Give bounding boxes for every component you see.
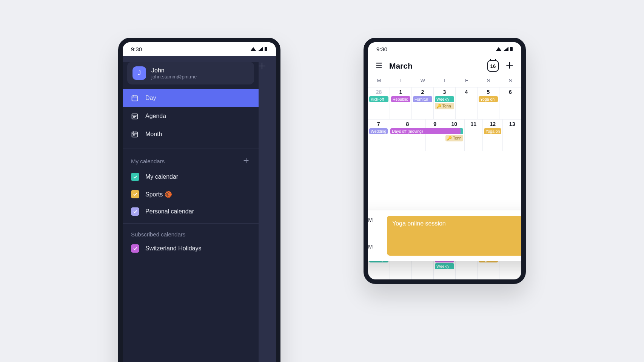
weekday-label: F <box>456 75 478 87</box>
checkbox-icon[interactable] <box>131 207 139 216</box>
popup-event-title: Yoga online session <box>392 220 446 227</box>
calendar-agenda-icon <box>131 112 139 120</box>
event-chip[interactable]: Yoga on <box>484 128 501 134</box>
topbar: March 16 <box>368 56 521 75</box>
day-number: 1 <box>391 89 410 95</box>
event-chip[interactable]: Days off (moving) <box>390 128 461 134</box>
event-chip[interactable]: Yoga on <box>479 96 498 102</box>
event-chip[interactable]: 🔑 Tenn <box>445 135 463 141</box>
svg-rect-0 <box>265 47 267 51</box>
day-number: 3 <box>435 89 454 95</box>
day-cell[interactable]: 8Days off (moving) <box>389 120 426 151</box>
weekday-label: T <box>390 75 412 87</box>
svg-rect-4 <box>510 47 513 51</box>
calendar-month-icon <box>131 130 139 138</box>
nav-item-day[interactable]: Day <box>123 89 259 107</box>
weekday-label: W <box>412 75 434 87</box>
weekday-header: MTWTFSS <box>368 75 521 87</box>
day-number: 28 <box>369 89 388 95</box>
nav-label: Month <box>145 131 162 138</box>
calendar-item-personal[interactable]: Personal calendar <box>123 203 259 220</box>
calendar-label: My calendar <box>145 173 178 180</box>
checkbox-icon[interactable] <box>131 173 139 181</box>
week-row: 7Wedding8Days off (moving)910Weekly🔑 Ten… <box>368 119 521 151</box>
day-number: 12 <box>484 121 501 127</box>
day-number: 11 <box>466 121 482 127</box>
day-number: 13 <box>504 121 520 127</box>
day-number: 2 <box>413 89 432 95</box>
popup-time-start: 10 AM <box>364 216 387 223</box>
user-email: john.stamm@pm.me <box>151 74 197 80</box>
event-chip[interactable]: Wedding <box>369 128 388 134</box>
event-chip[interactable]: Weekly <box>435 96 454 102</box>
nav-item-month[interactable]: Month <box>123 125 259 143</box>
day-cell[interactable]: 7Wedding <box>368 120 389 151</box>
popup-time-end: 11 AM <box>364 242 387 250</box>
event-chip[interactable]: Republic <box>391 96 410 102</box>
month-title: March <box>389 61 481 71</box>
phone-sidebar-mockup: 9:30 J John john.stamm@pm.me Day <box>118 38 280 362</box>
day-cell[interactable]: 11 <box>465 120 483 151</box>
weekday-label: S <box>499 75 521 87</box>
menu-icon[interactable] <box>375 61 383 71</box>
checkbox-icon[interactable] <box>131 244 139 253</box>
nav-item-agenda[interactable]: Agenda <box>123 107 259 125</box>
day-number: 8 <box>390 121 424 127</box>
day-cell[interactable]: 10Weekly🔑 Tenn <box>444 120 465 151</box>
event-popup: 10 AM Yoga online session 11 AM <box>364 210 526 261</box>
day-cell[interactable]: 2Furnitur <box>412 87 434 119</box>
status-bar: 9:30 <box>123 42 276 56</box>
weekday-label: S <box>478 75 499 87</box>
calendar-day-icon <box>131 94 139 102</box>
day-number: 10 <box>445 121 463 127</box>
sidebar-drawer: J John john.stamm@pm.me Day Agenda <box>123 62 259 362</box>
status-time: 9:30 <box>376 46 387 52</box>
user-name: John <box>151 67 197 74</box>
day-cell[interactable]: 4 <box>456 87 478 119</box>
status-bar: 9:30 <box>368 42 521 56</box>
avatar: J <box>132 66 146 80</box>
day-number: 6 <box>501 89 520 95</box>
day-cell[interactable]: 28Kick-off <box>368 87 390 119</box>
day-number: 5 <box>479 89 498 95</box>
day-cell[interactable]: 9 <box>426 120 444 151</box>
event-chip[interactable]: Kick-off <box>369 96 388 102</box>
day-number: 9 <box>427 121 443 127</box>
day-cell[interactable]: 5Yoga on <box>478 87 499 119</box>
day-cell[interactable]: 6 <box>499 87 521 119</box>
day-cell[interactable]: 1Republic <box>390 87 412 119</box>
popup-event[interactable]: Yoga online session <box>387 216 526 256</box>
calendar-label: Personal calendar <box>145 208 194 215</box>
weekday-label: M <box>368 75 390 87</box>
status-time: 9:30 <box>131 46 142 52</box>
calendar-label: Sports 🏀 <box>145 191 172 198</box>
calendar-item-sports[interactable]: Sports 🏀 <box>123 186 259 203</box>
calendar-item-switzerland[interactable]: Switzerland Holidays <box>123 240 259 257</box>
event-chip[interactable]: Weekly <box>435 263 454 269</box>
add-event-icon[interactable] <box>505 60 515 72</box>
today-badge[interactable]: 16 <box>487 60 499 72</box>
calendar-item-my-calendar[interactable]: My calendar <box>123 168 259 186</box>
phone-month-mockup: 9:30 March 16 MTWTFSS 28Kick-off1Republi… <box>364 38 526 284</box>
add-calendar-icon[interactable] <box>242 156 250 166</box>
event-chip[interactable]: Furnitur <box>413 96 432 102</box>
section-heading: My calendars <box>131 158 165 164</box>
status-icons <box>495 46 513 52</box>
day-cell[interactable]: 12Yoga on <box>483 120 503 151</box>
nav-list: Day Agenda Month <box>123 89 259 146</box>
event-chip[interactable]: 🔑 Tenn <box>435 103 454 109</box>
weekday-label: T <box>434 75 456 87</box>
day-number: 4 <box>457 89 476 95</box>
day-number: 7 <box>369 121 388 127</box>
calendar-label: Switzerland Holidays <box>145 245 202 252</box>
day-cell[interactable]: 13 <box>503 120 521 151</box>
checkbox-icon[interactable] <box>131 190 139 198</box>
day-cell[interactable]: 3Weekly🔑 Tenn <box>434 87 456 119</box>
section-heading: Subscribed calendars <box>131 231 185 238</box>
nav-label: Day <box>145 95 156 101</box>
status-icons <box>250 46 268 52</box>
week-row: 28Kick-off1Republic2Furnitur3Weekly🔑 Ten… <box>368 87 521 119</box>
user-card[interactable]: J John john.stamm@pm.me <box>127 62 254 84</box>
my-calendars-section: My calendars My calendar Sports 🏀 Person… <box>123 149 259 220</box>
subscribed-calendars-section: Subscribed calendars Switzerland Holiday… <box>123 223 259 257</box>
